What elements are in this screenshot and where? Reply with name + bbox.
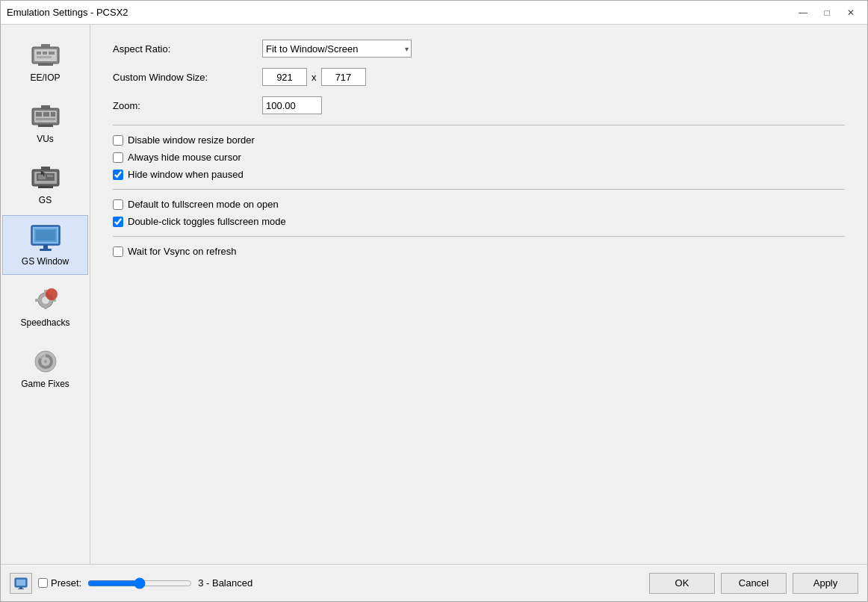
svg-rect-2 <box>37 52 41 55</box>
vsync-checkbox[interactable] <box>113 246 123 257</box>
checkbox-hide-paused: Hide window when paused <box>113 169 845 180</box>
svg-rect-29 <box>40 249 52 251</box>
preset-checkbox-container: Preset: <box>38 577 81 589</box>
svg-rect-14 <box>41 105 50 108</box>
svg-rect-5 <box>37 56 52 58</box>
svg-rect-44 <box>16 580 25 586</box>
disable-resize-label[interactable]: Disable window resize border <box>128 134 255 146</box>
ok-button[interactable]: OK <box>649 573 715 594</box>
divider-3 <box>113 236 845 237</box>
settings-content: Aspect Ratio: Fit to Window/Screen 4:3 1… <box>90 25 867 564</box>
divider-2 <box>113 189 845 190</box>
sidebar-item-eeio[interactable]: EE/IOP <box>2 31 88 91</box>
footer-left: Preset: 3 - Balanced <box>10 573 642 594</box>
dblclick-fullscreen-label[interactable]: Double-click toggles fullscreen mode <box>128 216 286 227</box>
main-content: EE/IOP VUs <box>1 25 867 564</box>
svg-rect-46 <box>18 589 24 589</box>
window-title: Emulation Settings - PCSX2 <box>7 7 128 18</box>
window-height-input[interactable] <box>321 68 366 86</box>
sidebar-label-gamefixes: Game Fixes <box>21 379 69 389</box>
svg-rect-22 <box>38 186 53 188</box>
window-width-input[interactable] <box>262 68 307 86</box>
footer: Preset: 3 - Balanced OK Cancel Apply <box>1 564 867 601</box>
close-button[interactable]: ✕ <box>840 4 861 22</box>
disable-resize-checkbox[interactable] <box>113 135 123 146</box>
hide-paused-checkbox[interactable] <box>113 170 123 180</box>
preset-slider[interactable] <box>87 577 192 589</box>
svg-rect-6 <box>41 44 50 47</box>
maximize-button[interactable]: □ <box>816 4 837 22</box>
sidebar-item-speedhacks[interactable]: Speedhacks <box>2 276 88 336</box>
dblclick-fullscreen-checkbox[interactable] <box>113 217 123 227</box>
zoom-label: Zoom: <box>113 100 262 111</box>
sidebar-label-vus: VUs <box>37 134 54 144</box>
sidebar-item-gamefixes[interactable]: Game Fixes <box>2 338 88 397</box>
preset-checkbox[interactable] <box>38 578 48 588</box>
gs-icon <box>28 162 63 192</box>
sidebar-label-speedhacks: Speedhacks <box>20 317 69 328</box>
preset-slider-container: 3 - Balanced <box>87 577 252 589</box>
sidebar-label-gs: GS <box>39 195 52 205</box>
fullscreen-open-label[interactable]: Default to fullscreen mode on open <box>128 199 279 210</box>
vsync-label[interactable]: Wait for Vsync on refresh <box>128 246 236 257</box>
svg-rect-45 <box>19 587 22 589</box>
svg-rect-7 <box>38 63 53 66</box>
title-bar-controls: — □ ✕ <box>793 4 861 22</box>
footer-icon-button[interactable] <box>10 573 32 594</box>
preset-label[interactable]: Preset: <box>51 577 81 589</box>
fullscreen-open-checkbox[interactable] <box>113 199 123 210</box>
checkbox-fullscreen-open: Default to fullscreen mode on open <box>113 199 845 210</box>
apply-button[interactable]: Apply <box>793 573 858 594</box>
custom-window-size-row: Custom Window Size: x <box>113 68 845 86</box>
cancel-button[interactable]: Cancel <box>721 573 787 594</box>
sidebar-label-eeio: EE/IOP <box>30 72 60 83</box>
footer-buttons: OK Cancel Apply <box>649 573 858 594</box>
title-bar: Emulation Settings - PCSX2 — □ ✕ <box>1 1 867 25</box>
x-separator: x <box>311 72 317 83</box>
svg-rect-10 <box>36 112 42 117</box>
svg-rect-27 <box>36 230 55 241</box>
checkbox-hide-mouse: Always hide mouse cursor <box>113 152 845 163</box>
custom-window-size-label: Custom Window Size: <box>113 72 262 83</box>
vus-icon <box>28 101 63 131</box>
preset-value: 3 - Balanced <box>198 577 252 589</box>
minimize-button[interactable]: — <box>793 4 813 22</box>
checkbox-dblclick-fullscreen: Double-click toggles fullscreen mode <box>113 216 845 227</box>
svg-rect-15 <box>38 125 53 127</box>
checkbox-disable-resize: Disable window resize border <box>113 134 845 146</box>
divider-1 <box>113 125 845 125</box>
sidebar-item-vus[interactable]: VUs <box>2 93 88 152</box>
hide-paused-label[interactable]: Hide window when paused <box>128 169 244 180</box>
svg-rect-34 <box>35 299 40 302</box>
speedhacks-icon <box>28 285 63 314</box>
footer-icon <box>14 577 28 589</box>
main-window: Emulation Settings - PCSX2 — □ ✕ <box>0 0 868 602</box>
sidebar-item-gs[interactable]: GS <box>2 154 88 214</box>
eeio-icon <box>28 40 63 69</box>
svg-rect-13 <box>36 118 55 120</box>
svg-rect-1 <box>34 49 57 61</box>
gamefixes-icon <box>28 346 63 376</box>
svg-point-37 <box>48 291 52 295</box>
gswindow-icon <box>28 223 63 253</box>
svg-rect-3 <box>43 52 47 55</box>
zoom-input[interactable] <box>262 96 322 114</box>
svg-rect-11 <box>43 112 49 117</box>
svg-rect-33 <box>44 305 47 309</box>
sidebar: EE/IOP VUs <box>1 25 90 564</box>
aspect-ratio-row: Aspect Ratio: Fit to Window/Screen 4:3 1… <box>113 40 845 58</box>
svg-rect-20 <box>47 175 53 177</box>
svg-rect-12 <box>51 112 55 117</box>
hide-mouse-label[interactable]: Always hide mouse cursor <box>128 152 241 163</box>
aspect-ratio-dropdown-wrapper: Fit to Window/Screen 4:3 16:9 Stretch to… <box>262 40 412 58</box>
aspect-ratio-label: Aspect Ratio: <box>113 43 262 55</box>
svg-point-41 <box>44 360 47 363</box>
svg-rect-21 <box>41 167 50 170</box>
svg-rect-4 <box>49 52 55 55</box>
aspect-ratio-select[interactable]: Fit to Window/Screen 4:3 16:9 Stretch to… <box>262 40 412 58</box>
svg-rect-28 <box>43 245 48 249</box>
hide-mouse-checkbox[interactable] <box>113 152 123 163</box>
zoom-row: Zoom: <box>113 96 845 114</box>
sidebar-label-gswindow: GS Window <box>22 256 69 267</box>
sidebar-item-gswindow[interactable]: GS Window <box>2 215 88 275</box>
